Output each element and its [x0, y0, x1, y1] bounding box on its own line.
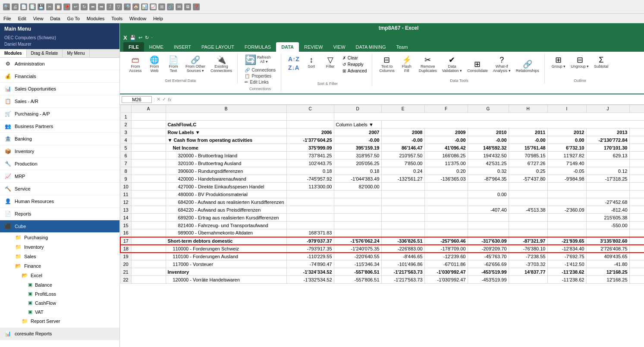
- spreadsheet-container[interactable]: A B C D E F G H I J K: [120, 105, 644, 347]
- cell-17-i[interactable]: -21'939.65: [547, 237, 586, 245]
- toolbar-icon-4[interactable]: 📑: [29, 3, 36, 10]
- cell-9-f[interactable]: -136'365.03: [424, 175, 468, 183]
- cell-17-d[interactable]: -1'576'062.24: [334, 237, 381, 245]
- cell-20-k[interactable]: -426'559.84: [629, 260, 644, 268]
- cell-5-k[interactable]: 1'239'588.37: [629, 144, 644, 152]
- cell-21-k[interactable]: -4'568'449.82: [629, 268, 644, 276]
- toolbar-icon-1[interactable]: 🔍: [3, 3, 10, 10]
- cell-6-g[interactable]: 194'432.50: [468, 152, 509, 159]
- menu-modules[interactable]: Modules: [87, 16, 105, 21]
- cell-11-j[interactable]: [586, 191, 629, 198]
- edit-links-button[interactable]: ✏ Edit Links: [243, 79, 277, 85]
- tab-view[interactable]: VIEW: [328, 42, 350, 52]
- cell-4-k[interactable]: -3'508'377.09: [629, 136, 644, 144]
- cell-11-e[interactable]: [381, 191, 424, 198]
- toolbar-icon-21[interactable]: ✉: [176, 3, 182, 10]
- cell-13-k[interactable]: -8'093.27: [629, 206, 644, 214]
- from-other-sources-button[interactable]: 🔗 From OtherSources ▾: [184, 55, 207, 74]
- cell-13-j[interactable]: -812.40: [586, 206, 629, 214]
- menu-goto[interactable]: Go To: [67, 16, 80, 21]
- cell-19-b[interactable]: 110100 - Forderungen Ausland: [166, 253, 286, 260]
- cell-19-g[interactable]: -45'763.70: [468, 253, 509, 260]
- cell-10-f[interactable]: [424, 183, 468, 191]
- cell-17-c[interactable]: -979'037.37: [286, 237, 334, 245]
- formula-bar-fx[interactable]: fx: [168, 97, 172, 102]
- cell-15-h[interactable]: [509, 222, 547, 229]
- toolbar-icon-19[interactable]: ⊞: [158, 3, 165, 10]
- clear-button[interactable]: ✗ Clear: [341, 55, 368, 61]
- data-validation-button[interactable]: ✔ DataValidation ▾: [440, 55, 464, 74]
- cell-15-j[interactable]: -550.00: [586, 222, 629, 229]
- cell-4-i[interactable]: 0.00: [547, 136, 586, 144]
- toolbar-icon-13[interactable]: ⤴: [107, 3, 113, 10]
- cell-14-d[interactable]: [334, 214, 381, 222]
- cell-12-c[interactable]: [286, 198, 334, 206]
- cell-8-g[interactable]: 0.32: [468, 167, 509, 175]
- cell-13-g[interactable]: -407.40: [468, 206, 509, 214]
- cell-13-c[interactable]: [286, 206, 334, 214]
- cell-9-e[interactable]: -132'561.27: [381, 175, 424, 183]
- cell-9-h[interactable]: -57'437.80: [509, 175, 547, 183]
- relationships-button[interactable]: 🔗 Relationships: [514, 59, 541, 74]
- menu-view[interactable]: View: [33, 16, 44, 21]
- cell-5-i[interactable]: 6'732.10: [547, 144, 586, 152]
- cell-10-j[interactable]: [586, 183, 629, 191]
- cell-10-c[interactable]: 113'300.00: [286, 183, 334, 191]
- cell-21-f[interactable]: -1'030'992.47: [424, 268, 468, 276]
- cell-22-d[interactable]: -557'806.51: [334, 276, 381, 284]
- menu-window[interactable]: Window: [129, 16, 146, 21]
- cell-12-g[interactable]: [468, 198, 509, 206]
- cell-15-a[interactable]: [131, 222, 166, 229]
- tab-formulas[interactable]: FORMULAS: [239, 42, 276, 52]
- menu-data[interactable]: Data: [50, 16, 60, 21]
- cell-11-k[interactable]: 0.00: [629, 191, 644, 198]
- tree-reportserver[interactable]: 📁 Report Server: [0, 316, 119, 326]
- tree-profitloss[interactable]: ▣ ProfitLoss: [0, 289, 119, 298]
- cell-6-i[interactable]: 11'927.82: [547, 152, 586, 159]
- toolbar-icon-20[interactable]: 🔗: [167, 3, 174, 10]
- cell-20-j[interactable]: -41.80: [586, 260, 629, 268]
- cell-22-h[interactable]: [509, 276, 547, 284]
- sidebar-item-purchasing-ap[interactable]: 🛒 Purchasing - A/P: [0, 108, 119, 120]
- cell-17-b[interactable]: Short-term debtors domestic: [166, 237, 286, 245]
- cell-8-j[interactable]: 0.12: [586, 167, 629, 175]
- cell-19-c[interactable]: -110'229.55: [286, 253, 334, 260]
- cell-18-g[interactable]: -209'209.70: [468, 245, 509, 253]
- reapply-button[interactable]: ↺ Reapply: [341, 62, 368, 67]
- cell-4-b[interactable]: ▼ Cash flow from operating activities: [166, 136, 286, 144]
- sidebar-item-sales-ar[interactable]: 📋 Sales - A/R: [0, 95, 119, 108]
- tab-data[interactable]: DATA: [276, 42, 299, 52]
- advanced-button[interactable]: ⊞ Advanced: [341, 68, 368, 74]
- sidebar-item-coresuite[interactable]: 📊 coresuite Reports: [0, 328, 119, 340]
- from-text-button[interactable]: 📄 FromText: [165, 55, 182, 74]
- cell-10-i[interactable]: [547, 183, 586, 191]
- tab-team[interactable]: Team: [391, 42, 413, 52]
- cell-11-h[interactable]: [509, 191, 547, 198]
- cell-11-f[interactable]: [424, 191, 468, 198]
- toolbar-icon-18[interactable]: 📈: [150, 3, 157, 10]
- cell-21-e[interactable]: -1'217'563.73: [381, 268, 424, 276]
- cell-9-g[interactable]: -87'964.35: [468, 175, 509, 183]
- cell-2-b[interactable]: CashFlowLC: [166, 121, 286, 128]
- remove-duplicates-button[interactable]: ✂ RemoveDuplicates: [417, 55, 439, 74]
- toolbar-icon-2[interactable]: 🖨: [12, 3, 19, 10]
- cell-22-i[interactable]: -11'238.62: [547, 276, 586, 284]
- toolbar-icon-15[interactable]: 🔎: [124, 3, 131, 10]
- cell-16-h[interactable]: [509, 229, 547, 237]
- cell-7-c[interactable]: 102'443.75: [286, 159, 334, 167]
- cell-4-c[interactable]: -1'377'604.25: [286, 136, 334, 144]
- cell-3-i[interactable]: 2012: [547, 128, 586, 136]
- cell-8-c[interactable]: 0.18: [286, 167, 334, 175]
- tab-data-mining[interactable]: DATA MINING: [351, 42, 391, 52]
- cell-11-c[interactable]: [286, 191, 334, 198]
- cell-3-c[interactable]: 2006: [286, 128, 334, 136]
- toolbar-icon-22[interactable]: 🖥: [184, 3, 191, 10]
- sidebar-item-service[interactable]: 🔨 Service: [0, 183, 119, 195]
- cell-14-c[interactable]: [286, 214, 334, 222]
- cell-13-a[interactable]: [131, 206, 166, 214]
- cell-18-e[interactable]: -226'883.00: [381, 245, 424, 253]
- cell-11-g[interactable]: 0.00: [468, 191, 509, 198]
- cell-5-c[interactable]: 375'999.09: [286, 144, 334, 152]
- quick-save[interactable]: 💾: [130, 35, 136, 41]
- cell-22-c[interactable]: -1'332'534.52: [286, 276, 334, 284]
